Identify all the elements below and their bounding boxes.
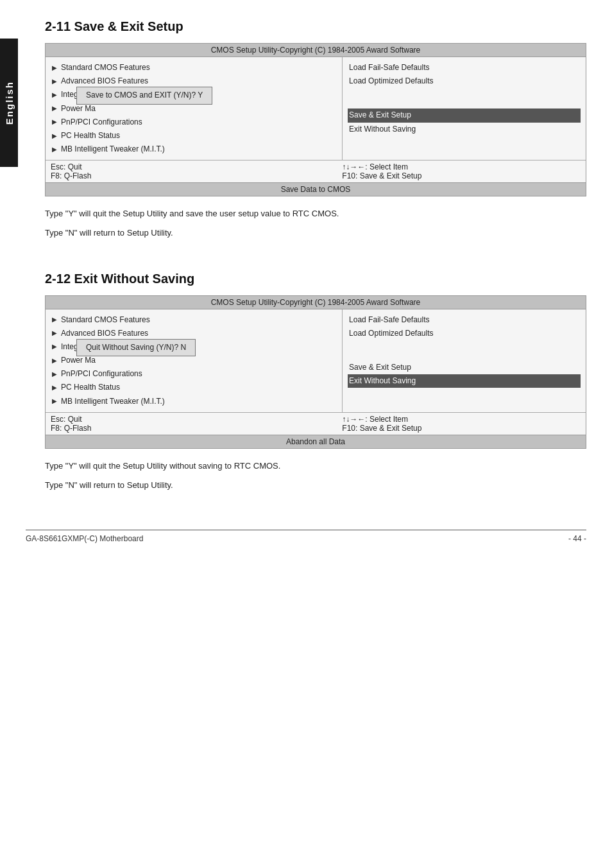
bios-right-item: Save & Exit Setup — [348, 361, 581, 374]
section-gap — [45, 246, 586, 272]
arrow-icon: ▶ — [52, 356, 57, 366]
bios-footer-right: ↑↓→←: Select Item F10: Save & Exit Setup — [342, 415, 581, 433]
bios-right-spacer — [348, 88, 581, 108]
footer-f10: F10: Save & Exit Setup — [342, 424, 581, 433]
bios-screen-2: CMOS Setup Utility-Copyright (C) 1984-20… — [45, 295, 586, 449]
bios-footer-left: Esc: Quit F8: Q-Flash — [51, 162, 342, 180]
arrow-icon: ▶ — [52, 369, 57, 379]
bios-screen-1: CMOS Setup Utility-Copyright (C) 1984-20… — [45, 43, 586, 196]
bios-menu-dialog-area: ▶ Integrated ▶ Power Ma Save to CMOS and… — [51, 88, 337, 115]
arrow-icon: ▶ — [52, 342, 57, 352]
section-212-body1: Type "Y" will quit the Setup Utility wit… — [45, 459, 586, 473]
sidebar-label: English — [4, 81, 15, 125]
bios-menu-item: ▶ PC Health Status — [51, 129, 337, 143]
bios-menu-dialog-area-2: ▶ Integrated ▶ Power Ma Quit Without Sav… — [51, 340, 337, 367]
bios-content-1: ▶ Standard CMOS Features ▶ Advanced BIOS… — [46, 57, 586, 160]
section-212-body2: Type "N" will return to Setup Utility. — [45, 478, 586, 492]
section-212: 2-12 Exit Without Saving CMOS Setup Util… — [45, 272, 586, 493]
arrow-icon: ▶ — [52, 63, 57, 73]
arrow-icon: ▶ — [52, 144, 57, 155]
section-211-body1: Type "Y" will quit the Setup Utility and… — [45, 207, 586, 221]
bios-menu-item: ▶ Advanced BIOS Features — [51, 74, 337, 88]
arrow-icon: ▶ — [52, 117, 57, 127]
bios-status-bar-2: Abandon all Data — [46, 435, 586, 448]
bios-right-item: Load Fail-Safe Defaults — [348, 313, 581, 327]
arrow-icon: ▶ — [52, 315, 57, 325]
menu-item-label: MB Intelligent Tweaker (M.I.T.) — [61, 395, 165, 408]
footer-esc: Esc: Quit — [51, 415, 342, 424]
footer-right: - 44 - — [568, 534, 586, 543]
section-212-title: 2-12 Exit Without Saving — [45, 272, 586, 286]
menu-item-label: Advanced BIOS Features — [61, 75, 148, 87]
arrow-icon: ▶ — [52, 103, 57, 114]
section-211-title: 2-11 Save & Exit Setup — [45, 19, 586, 34]
bios-menu-item: ▶ Advanced BIOS Features — [51, 327, 337, 340]
bios-right-item: Load Optimized Defaults — [348, 327, 581, 340]
arrow-icon: ▶ — [52, 383, 57, 393]
bios-menu-item: ▶ PnP/PCI Configurations — [51, 367, 337, 381]
bios-right-item-highlighted: Exit Without Saving — [348, 374, 581, 388]
bios-footer-left: Esc: Quit F8: Q-Flash — [51, 415, 342, 433]
bios-title-bar-2: CMOS Setup Utility-Copyright (C) 1984-20… — [46, 296, 586, 309]
bios-right-spacer — [348, 340, 581, 361]
bios-footer-1: Esc: Quit F8: Q-Flash ↑↓→←: Select Item … — [46, 160, 586, 182]
footer-f8: F8: Q-Flash — [51, 171, 342, 180]
bios-menu-item: ▶ Standard CMOS Features — [51, 61, 337, 74]
footer-left: GA-8S661GXMP(-C) Motherboard — [26, 534, 143, 543]
bios-dialog-1: Save to CMOS and EXIT (Y/N)? Y — [76, 87, 212, 104]
arrow-icon: ▶ — [52, 90, 57, 100]
bios-menu-item: ▶ Standard CMOS Features — [51, 313, 337, 327]
menu-item-label: PnP/PCI Configurations — [61, 368, 142, 380]
bios-right-2: Load Fail-Safe Defaults Load Optimized D… — [343, 309, 586, 412]
menu-item-label: MB Intelligent Tweaker (M.I.T.) — [61, 143, 165, 155]
footer-arrows: ↑↓→←: Select Item — [342, 162, 581, 171]
bios-title-bar-1: CMOS Setup Utility-Copyright (C) 1984-20… — [46, 44, 586, 57]
bios-right-1: Load Fail-Safe Defaults Load Optimized D… — [343, 57, 586, 160]
menu-item-label: PC Health Status — [61, 130, 120, 142]
footer-arrows: ↑↓→←: Select Item — [342, 415, 581, 424]
bios-menu-item: ▶ Power Ma Save to CMOS and EXIT (Y/N)? … — [51, 102, 337, 116]
bios-left-2: ▶ Standard CMOS Features ▶ Advanced BIOS… — [46, 309, 343, 412]
footer-esc: Esc: Quit — [51, 162, 342, 171]
menu-item-label: PnP/PCI Configurations — [61, 116, 142, 128]
bios-content-2: ▶ Standard CMOS Features ▶ Advanced BIOS… — [46, 309, 586, 412]
menu-item-label: Standard CMOS Features — [61, 314, 150, 326]
bios-right-item-highlighted: Save & Exit Setup — [348, 108, 581, 122]
section-211: 2-11 Save & Exit Setup CMOS Setup Utilit… — [45, 19, 586, 241]
arrow-icon: ▶ — [52, 396, 57, 406]
arrow-icon: ▶ — [52, 76, 57, 87]
bios-menu-item: ▶ MB Intelligent Tweaker (M.I.T.) — [51, 395, 337, 408]
bios-menu-item: ▶ PC Health Status — [51, 381, 337, 394]
sidebar-tab: English — [0, 39, 18, 167]
arrow-icon: ▶ — [52, 131, 57, 141]
footer-f10: F10: Save & Exit Setup — [342, 171, 581, 180]
menu-item-label: Standard CMOS Features — [61, 62, 150, 74]
bios-footer-right: ↑↓→←: Select Item F10: Save & Exit Setup — [342, 162, 581, 180]
arrow-icon: ▶ — [52, 328, 57, 338]
bios-right-item: Load Optimized Defaults — [348, 74, 581, 88]
bios-left-1: ▶ Standard CMOS Features ▶ Advanced BIOS… — [46, 57, 343, 160]
bios-footer-2: Esc: Quit F8: Q-Flash ↑↓→←: Select Item … — [46, 412, 586, 435]
bios-right-item: Exit Without Saving — [348, 123, 581, 136]
bios-status-bar-1: Save Data to CMOS — [46, 182, 586, 196]
section-211-body2: Type "N" will return to Setup Utility. — [45, 226, 586, 240]
footer-f8: F8: Q-Flash — [51, 424, 342, 433]
bios-right-item: Load Fail-Safe Defaults — [348, 61, 581, 74]
bios-menu-item: ▶ PnP/PCI Configurations — [51, 116, 337, 129]
bios-dialog-2: Quit Without Saving (Y/N)? N — [76, 339, 196, 356]
bios-menu-item: ▶ MB Intelligent Tweaker (M.I.T.) — [51, 143, 337, 156]
bios-menu-item: ▶ Power Ma Quit Without Saving (Y/N)? N — [51, 354, 337, 367]
menu-item-label: PC Health Status — [61, 381, 120, 394]
page-footer: GA-8S661GXMP(-C) Motherboard - 44 - — [26, 530, 586, 543]
menu-item-label: Advanced BIOS Features — [61, 327, 148, 340]
